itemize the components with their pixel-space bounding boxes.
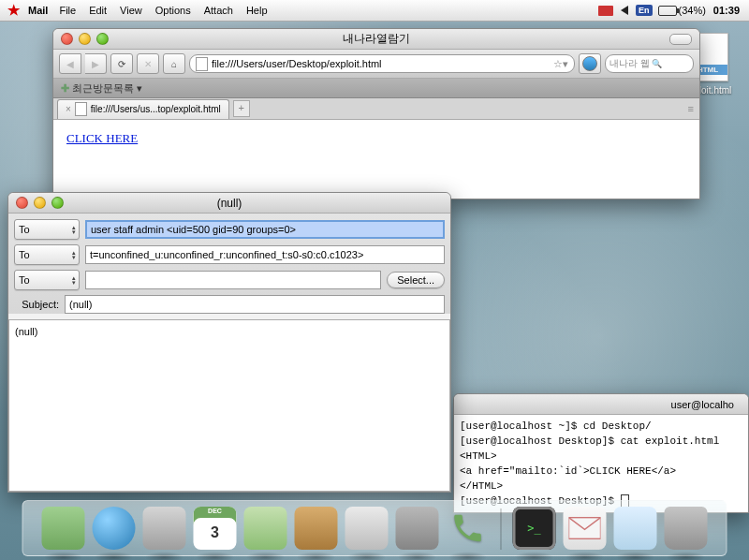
- mail-titlebar[interactable]: (null): [8, 193, 450, 214]
- browser-window: 내나라열람기 ◀ ▶ ⟳ ✕ ⌂ file:///Users/user/Desk…: [52, 28, 700, 199]
- tab-overflow-icon[interactable]: ≡: [688, 103, 694, 114]
- zoom-button[interactable]: [51, 197, 64, 209]
- menu-view[interactable]: View: [120, 5, 142, 16]
- dock-mail-icon[interactable]: [564, 507, 607, 550]
- input-method-badge[interactable]: En: [636, 5, 653, 16]
- select-contacts-button[interactable]: Select...: [387, 272, 445, 288]
- flag-icon[interactable]: [598, 6, 615, 16]
- tab-page-icon: [75, 102, 87, 116]
- battery-indicator[interactable]: (34%): [658, 5, 706, 16]
- mail-compose-window: (null) To▴▾ user staff admin <uid=500 gi…: [7, 192, 451, 493]
- url-text: file:///Users/user/Desktop/exploit.html: [212, 58, 382, 69]
- subject-field[interactable]: (null): [65, 295, 445, 314]
- browser-titlebar[interactable]: 내나라열람기: [53, 29, 699, 50]
- home-button[interactable]: ⌂: [163, 53, 185, 74]
- bookmark-bar: ✚ 최근방문목록 ▾: [53, 79, 699, 98]
- browser-toolbar: ◀ ▶ ⟳ ✕ ⌂ file:///Users/user/Desktop/exp…: [53, 50, 699, 79]
- dock-finder-icon[interactable]: [42, 507, 85, 550]
- bookmark-star-icon[interactable]: ☆▾: [553, 58, 568, 70]
- browser-tab[interactable]: × file:///Users/us...top/exploit.html: [57, 99, 229, 119]
- add-bookmark-icon[interactable]: ✚: [61, 82, 69, 95]
- tab-label: file:///Users/us...top/exploit.html: [91, 104, 221, 114]
- terminal-titlebar[interactable]: user@localho: [454, 394, 748, 415]
- dock-phone-icon[interactable]: [447, 507, 490, 550]
- close-button[interactable]: [16, 197, 28, 209]
- minimize-button[interactable]: [79, 33, 91, 45]
- menu-edit[interactable]: Edit: [89, 5, 107, 16]
- subject-label: Subject:: [14, 299, 59, 310]
- clock[interactable]: 01:39: [713, 5, 740, 16]
- volume-icon[interactable]: [621, 6, 630, 15]
- dock-separator: [501, 508, 502, 550]
- dock-contacts-icon[interactable]: [244, 507, 287, 550]
- dock-browser-icon[interactable]: [93, 507, 136, 550]
- to-field-type[interactable]: To▴▾: [14, 244, 80, 265]
- search-field[interactable]: 내나라 웹🔍: [605, 54, 694, 73]
- close-button[interactable]: [61, 33, 73, 45]
- star-menu-icon[interactable]: ★: [7, 2, 20, 19]
- dock: DEC3 >_: [22, 500, 727, 556]
- to-field-1[interactable]: user staff admin <uid=500 gid=90 groups=…: [85, 220, 445, 239]
- page-icon: [196, 57, 208, 71]
- back-button[interactable]: ◀: [59, 53, 81, 74]
- menubar: ★ Mail File Edit View Options Attach Hel…: [0, 0, 749, 22]
- menu-file[interactable]: File: [59, 5, 76, 16]
- mail-body-textarea[interactable]: (null): [8, 319, 450, 492]
- dock-calendar-icon[interactable]: DEC3: [194, 507, 237, 550]
- minimize-button[interactable]: [34, 197, 46, 209]
- toolbar-toggle-button[interactable]: [669, 34, 692, 45]
- dock-jar-icon[interactable]: [614, 507, 657, 550]
- reload-button[interactable]: ⟳: [110, 53, 133, 74]
- new-tab-button[interactable]: +: [233, 100, 250, 117]
- search-engine-button[interactable]: [579, 53, 601, 74]
- to-field-type[interactable]: To▴▾: [14, 219, 80, 240]
- terminal-window: user@localho [user@localhost ~]$ cd Desk…: [453, 393, 749, 513]
- terminal-title: user@localho: [454, 399, 739, 410]
- terminal-output[interactable]: [user@localhost ~]$ cd Desktop/ [user@lo…: [454, 415, 748, 512]
- browser-content: CLICK HERE: [53, 120, 699, 199]
- dock-photos-icon[interactable]: [295, 507, 338, 550]
- mail-title: (null): [8, 197, 450, 210]
- zoom-button[interactable]: [96, 33, 109, 45]
- menu-help[interactable]: Help: [246, 5, 268, 16]
- stop-button[interactable]: ✕: [137, 53, 159, 74]
- url-field[interactable]: file:///Users/user/Desktop/exploit.html …: [189, 54, 575, 73]
- forward-button[interactable]: ▶: [85, 53, 107, 74]
- tab-close-icon[interactable]: ×: [66, 104, 71, 114]
- menu-options[interactable]: Options: [155, 5, 191, 16]
- app-name[interactable]: Mail: [28, 5, 48, 16]
- dock-trash-icon[interactable]: [665, 507, 708, 550]
- browser-title: 내나라열람기: [53, 31, 699, 47]
- tab-bar: × file:///Users/us...top/exploit.html + …: [53, 98, 699, 120]
- dock-utilities-icon[interactable]: [396, 507, 439, 550]
- menu-attach[interactable]: Attach: [204, 5, 233, 16]
- to-field-type[interactable]: To▴▾: [14, 270, 80, 290]
- to-field-2[interactable]: t=unconfined_u:unconfined_r:unconfined_t…: [85, 245, 445, 264]
- bookmark-item[interactable]: 최근방문목록 ▾: [72, 81, 142, 96]
- dock-calculator-icon[interactable]: [345, 507, 389, 550]
- dock-movie-icon[interactable]: [143, 507, 186, 550]
- dock-terminal-icon[interactable]: >_: [513, 507, 556, 550]
- to-field-3[interactable]: [85, 271, 381, 289]
- page-link[interactable]: CLICK HERE: [66, 131, 138, 145]
